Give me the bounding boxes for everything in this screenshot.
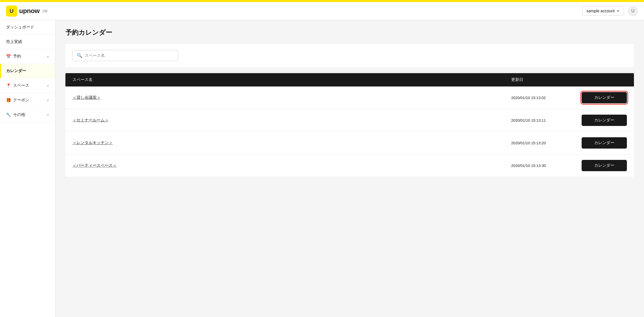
sidebar-item-spaces[interactable]: 📍 スペース ∨	[0, 78, 55, 93]
account-selector[interactable]: sample account ▼	[582, 7, 624, 16]
chevron-right-icon: ∨	[47, 55, 49, 58]
account-area: sample account ▼ U	[582, 6, 638, 16]
sidebar-item-label: 予約	[13, 54, 21, 59]
avatar: U	[628, 6, 638, 16]
sidebar-item-label: クーポン	[13, 98, 29, 103]
search-icon: 🔍	[77, 53, 82, 58]
sidebar-item-label: 売上実績	[6, 39, 22, 44]
calendar-button-3[interactable]: カレンダー	[582, 137, 627, 149]
sidebar-item-dashboard[interactable]: ダッシュボード	[0, 20, 55, 35]
chevron-right-icon: ∨	[47, 84, 49, 87]
layout: ダッシュボード 売上実績 📅 予約 ∨ カレンダー 📍 スペース ∨	[0, 0, 644, 317]
col-space-name: スペース名	[72, 77, 511, 82]
calendar-button-1[interactable]: カレンダー	[582, 92, 627, 103]
top-accent-bar	[0, 0, 644, 2]
logo-beta: β版	[43, 9, 48, 13]
search-input[interactable]	[85, 53, 174, 58]
table-row: ＜レンタルキッチン＞ 2020/01/10 15:13:20 カレンダー	[65, 132, 634, 154]
space-link-1[interactable]: ＜貸し会議室＞	[72, 95, 511, 100]
location-icon: 📍	[6, 83, 11, 88]
update-date-3: 2020/01/10 15:13:20	[511, 141, 582, 145]
calendar-button-2[interactable]: カレンダー	[582, 115, 627, 126]
col-updated: 更新日	[511, 77, 582, 82]
spaces-table: スペース名 更新日 ＜貸し会議室＞ 2020/01/10 15:13:02 カレ…	[65, 73, 634, 177]
sidebar-item-reservations[interactable]: 📅 予約 ∨	[0, 49, 55, 64]
chevron-down-icon: ▼	[617, 9, 620, 13]
sidebar-item-other[interactable]: 🔧 その他 ∨	[0, 108, 55, 122]
calendar-button-4[interactable]: カレンダー	[582, 160, 627, 171]
sidebar-item-label: ダッシュボード	[6, 25, 34, 30]
search-bar: 🔍	[72, 50, 178, 61]
sidebar-item-label: その他	[13, 112, 25, 117]
space-link-3[interactable]: ＜レンタルキッチン＞	[72, 140, 511, 146]
update-date-2: 2020/01/10 15:13:11	[511, 118, 582, 122]
sidebar-item-calendar[interactable]: カレンダー	[0, 64, 55, 78]
chevron-right-icon: ∨	[47, 113, 49, 117]
logo-text: upnow	[19, 7, 39, 15]
sidebar-item-label: スペース	[13, 83, 29, 88]
account-label: sample account	[586, 9, 615, 13]
search-section: 🔍	[65, 44, 634, 67]
sidebar-item-sales[interactable]: 売上実績	[0, 35, 55, 49]
logo-icon: U	[6, 6, 17, 17]
table-row: ＜セミナールーム＞ 2020/01/10 15:13:11 カレンダー	[65, 109, 634, 132]
table-row: ＜パーティースペース＞ 2020/01/10 15:13:30 カレンダー	[65, 154, 634, 177]
header: U upnow β版 sample account ▼ U	[0, 2, 644, 20]
logo-area: U upnow β版	[6, 6, 48, 17]
sidebar-item-coupons[interactable]: 🎁 クーポン ∨	[0, 93, 55, 108]
update-date-4: 2020/01/10 15:13:30	[511, 163, 582, 168]
main-content: 予約カレンダー 🔍 スペース名 更新日 ＜貸し会議室＞ 2020/01/10 1…	[55, 20, 644, 317]
gift-icon: 🎁	[6, 98, 11, 103]
page-title: 予約カレンダー	[65, 28, 634, 37]
sidebar: ダッシュボード 売上実績 📅 予約 ∨ カレンダー 📍 スペース ∨	[0, 20, 55, 317]
chevron-right-icon: ∨	[47, 99, 49, 102]
sidebar-item-label: カレンダー	[6, 68, 26, 74]
update-date-1: 2020/01/10 15:13:02	[511, 96, 582, 100]
table-row: ＜貸し会議室＞ 2020/01/10 15:13:02 カレンダー	[65, 86, 634, 109]
space-link-4[interactable]: ＜パーティースペース＞	[72, 163, 511, 168]
calendar-icon: 📅	[6, 54, 11, 59]
space-link-2[interactable]: ＜セミナールーム＞	[72, 118, 511, 123]
settings-icon: 🔧	[6, 112, 11, 117]
table-header: スペース名 更新日	[65, 73, 634, 86]
